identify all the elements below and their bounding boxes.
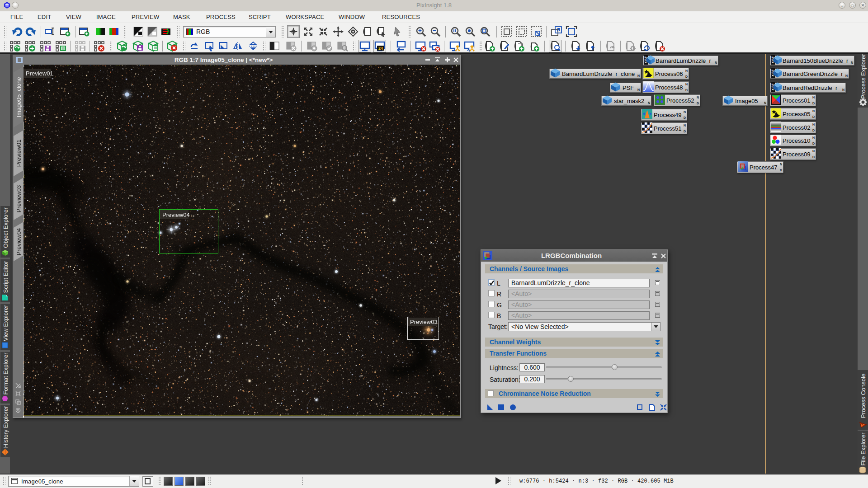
svg-text:24: 24 xyxy=(378,46,383,51)
